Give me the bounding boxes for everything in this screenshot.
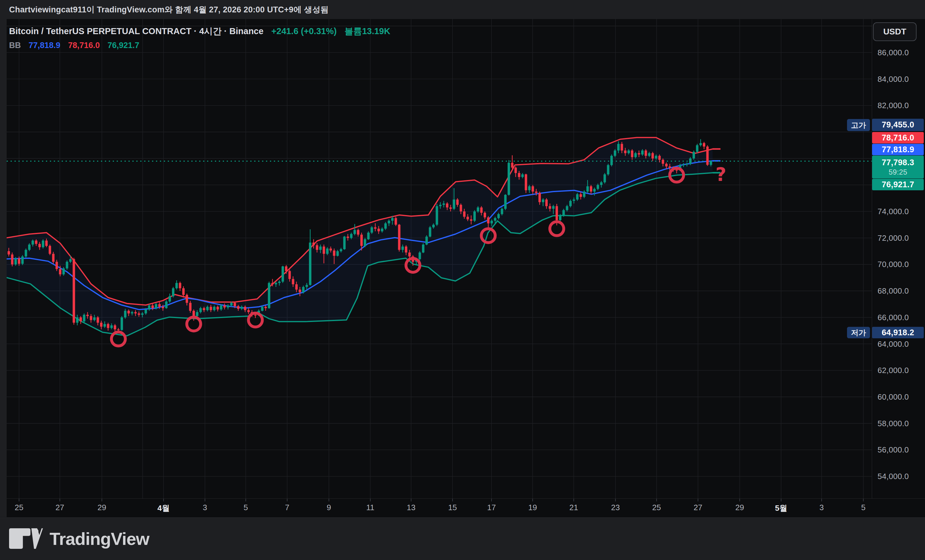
time-axis-label: 19	[529, 503, 537, 512]
time-axis-tick	[246, 499, 246, 501]
time-axis-label: 5월	[775, 503, 787, 513]
time-axis-label: 17	[487, 503, 496, 512]
time-axis-label: 9	[327, 503, 331, 512]
time-axis-tick	[615, 499, 616, 501]
time-axis-tick	[698, 499, 698, 501]
time-axis-tick	[370, 499, 371, 501]
time-axis-tick	[863, 499, 864, 501]
price-scale-label: 60,000.0	[878, 392, 923, 401]
attribution-bar: Chartviewingcat911이 TradingView.com와 함께 …	[0, 0, 925, 20]
question-mark-annotation[interactable]: ?	[716, 164, 726, 185]
time-axis-label: 21	[569, 503, 578, 512]
time-axis-label: 29	[735, 503, 744, 512]
time-axis-tick	[328, 499, 329, 501]
time-axis-tick	[205, 499, 205, 501]
price-scale-label: 68,000.0	[878, 286, 923, 296]
time-axis-tick	[102, 499, 102, 501]
time-axis-label: 4월	[158, 503, 170, 513]
bb-lower-price-label: 76,921.7	[872, 179, 924, 190]
time-axis-tick	[287, 499, 288, 501]
time-axis-tick	[781, 499, 782, 501]
time-axis-tick	[574, 499, 574, 501]
price-scale-label: 86,000.0	[878, 48, 923, 57]
last-price-label: 77,798.3 59:25	[872, 156, 924, 179]
bb-upper-price-label: 78,716.0	[872, 132, 924, 144]
time-axis-tick	[491, 499, 492, 501]
low-price-label: 64,918.2	[872, 327, 924, 338]
tradingview-logo: TradingView	[9, 528, 149, 549]
time-axis-label: 13	[407, 503, 416, 512]
price-scale-label: 54,000.0	[878, 472, 923, 481]
bar-countdown: 59:25	[889, 168, 907, 176]
pane-left-margin	[0, 19, 7, 517]
price-axis[interactable]: 86,000.084,000.082,000.074,000.072,000.0…	[872, 19, 925, 498]
time-axis-tick	[163, 499, 164, 501]
time-axis-label: 29	[98, 503, 106, 512]
time-axis-label: 27	[56, 503, 65, 512]
price-scale-label: 62,000.0	[878, 366, 923, 375]
chart-plot[interactable]	[0, 19, 872, 498]
time-axis-label: 25	[15, 503, 24, 512]
time-axis-tick	[19, 499, 20, 501]
price-scale-label: 72,000.0	[878, 233, 923, 243]
price-scale-label: 82,000.0	[878, 101, 923, 110]
time-axis-label: 5	[244, 503, 248, 512]
time-axis-tick	[740, 499, 740, 501]
price-scale-label: 70,000.0	[878, 260, 923, 269]
last-price-value: 77,798.3	[882, 158, 914, 167]
time-axis-label: 5	[861, 503, 865, 512]
high-price-tag: 고가	[847, 119, 870, 131]
time-axis-label: 3	[820, 503, 824, 512]
currency-toggle-button[interactable]: USDT	[873, 23, 916, 41]
bb-basis-price-label: 77,818.9	[872, 144, 924, 155]
time-axis-tick	[821, 499, 822, 501]
bb-band-fill	[2, 137, 713, 336]
time-axis[interactable]: 2527294월3579111315171921232527295월35	[0, 498, 925, 518]
tradingview-brand-text: TradingView	[50, 528, 149, 549]
low-price-tag: 저가	[847, 327, 870, 338]
time-axis-tick	[656, 499, 657, 501]
time-axis-label: 7	[285, 503, 289, 512]
price-scale-label: 56,000.0	[878, 445, 923, 455]
time-axis-label: 3	[203, 503, 207, 512]
attribution-text: Chartviewingcat911이 TradingView.com와 함께 …	[9, 4, 328, 15]
time-axis-label: 23	[611, 503, 620, 512]
price-scale-label: 84,000.0	[878, 74, 923, 84]
price-scale-label: 66,000.0	[878, 312, 923, 322]
price-scale-label: 74,000.0	[878, 207, 923, 216]
time-axis-tick	[60, 499, 60, 501]
footer-bar: TradingView	[0, 517, 925, 560]
time-axis-label: 15	[448, 503, 457, 512]
tradingview-logo-icon	[9, 528, 43, 549]
time-axis-label: 11	[366, 503, 375, 512]
time-axis-tick	[452, 499, 453, 501]
price-scale-label: 64,000.0	[878, 339, 923, 348]
time-axis-label: 27	[694, 503, 702, 512]
price-scale-label: 58,000.0	[878, 419, 923, 428]
time-axis-tick	[411, 499, 411, 501]
time-axis-tick	[532, 499, 533, 501]
time-axis-label: 25	[652, 503, 661, 512]
high-price-label: 79,455.0	[872, 119, 924, 131]
